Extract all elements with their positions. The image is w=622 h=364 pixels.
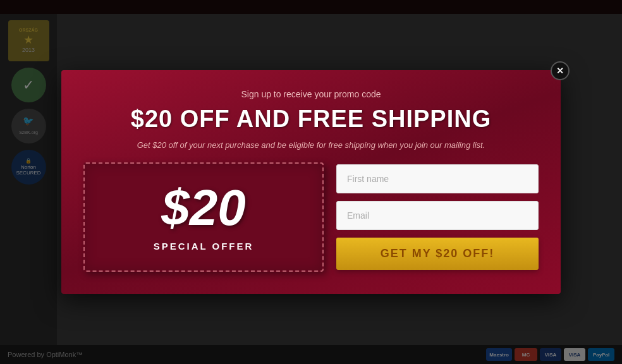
modal-overlay: ✕ Sign up to receive your promo code $20… xyxy=(0,0,622,364)
modal-title: $20 OFF AND FREE SHIPPING xyxy=(83,106,539,133)
signup-form: GET MY $20 OFF! xyxy=(336,164,539,270)
coupon-label: SPECIAL OFFER xyxy=(97,241,310,252)
email-input[interactable] xyxy=(336,201,539,230)
close-button[interactable]: ✕ xyxy=(551,61,570,80)
modal-header: Sign up to receive your promo code $20 O… xyxy=(83,89,539,150)
modal-body: $20 SPECIAL OFFER GET MY $20 OFF! xyxy=(83,162,539,272)
modal-description: Get $20 off of your next purchase and be… xyxy=(83,140,539,150)
coupon-box: $20 SPECIAL OFFER xyxy=(83,162,324,272)
submit-button[interactable]: GET MY $20 OFF! xyxy=(336,238,539,270)
modal-subtitle: Sign up to receive your promo code xyxy=(83,89,539,99)
first-name-input[interactable] xyxy=(336,164,539,193)
promo-modal: ✕ Sign up to receive your promo code $20… xyxy=(61,70,561,294)
coupon-amount: $20 xyxy=(97,183,310,233)
